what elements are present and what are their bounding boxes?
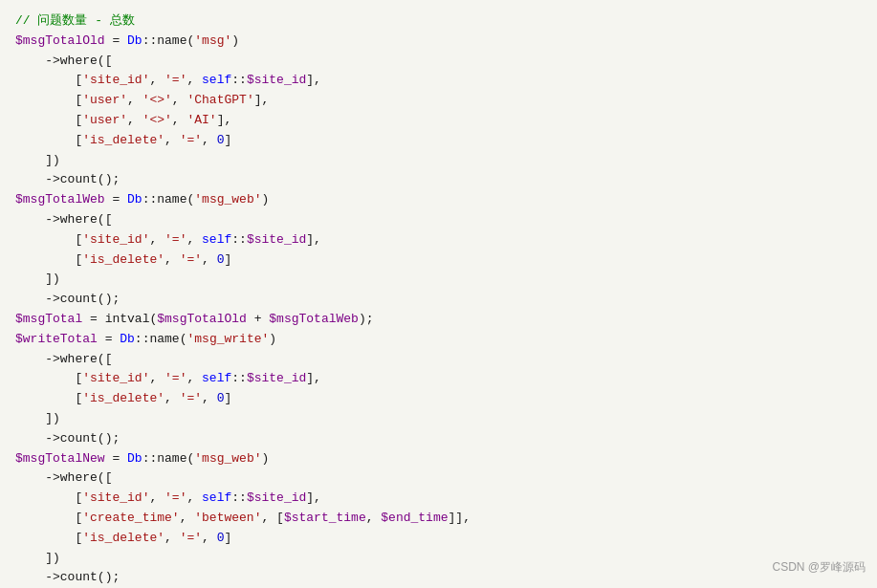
code-line-7: ['is_delete', '=', 0] (15, 131, 862, 151)
code-line-16: $msgTotal = intval($msgTotalOld + $msgTo… (15, 310, 862, 330)
code-line-10: $msgTotalWeb = Db::name('msg_web') (15, 190, 862, 210)
code-line-19: ['site_id', '=', self::$site_id], (15, 369, 862, 389)
code-line-1: // 问题数量 - 总数 (15, 11, 862, 32)
code-line-5: ['user', '<>', 'ChatGPT'], (15, 91, 862, 111)
code-line-4: ['site_id', '=', self::$site_id], (15, 71, 862, 91)
code-line-21: ]) (15, 409, 862, 429)
code-block: // 问题数量 - 总数 $msgTotalOld = Db::name('ms… (0, 8, 877, 588)
code-line-26: ['create_time', 'between', [$start_time,… (15, 509, 862, 529)
code-line-22: ->count(); (15, 429, 862, 449)
code-line-27: ['is_delete', '=', 0] (15, 529, 862, 549)
code-line-8: ]) (15, 151, 862, 171)
code-line-12: ['site_id', '=', self::$site_id], (15, 230, 862, 250)
code-line-29: ->count(); (15, 568, 862, 588)
code-line-17: $writeTotal = Db::name('msg_write') (15, 330, 862, 350)
code-container: // 问题数量 - 总数 $msgTotalOld = Db::name('ms… (0, 0, 877, 588)
code-line-24: ->where([ (15, 468, 862, 489)
code-line-13: ['is_delete', '=', 0] (15, 250, 862, 271)
code-line-18: ->where([ (15, 350, 862, 370)
code-line-6: ['user', '<>', 'AI'], (15, 111, 862, 131)
code-line-15: ->count(); (15, 290, 862, 310)
watermark: CSDN @罗峰源码 (772, 558, 866, 577)
code-line-3: ->where([ (15, 52, 862, 72)
code-line-28: ]) (15, 549, 862, 569)
code-line-20: ['is_delete', '=', 0] (15, 389, 862, 409)
code-line-11: ->where([ (15, 210, 862, 230)
code-line-14: ]) (15, 270, 862, 290)
code-line-23: $msgTotalNew = Db::name('msg_web') (15, 449, 862, 469)
code-line-9: ->count(); (15, 170, 862, 190)
code-line-2: $msgTotalOld = Db::name('msg') (15, 32, 862, 52)
code-line-25: ['site_id', '=', self::$site_id], (15, 489, 862, 509)
